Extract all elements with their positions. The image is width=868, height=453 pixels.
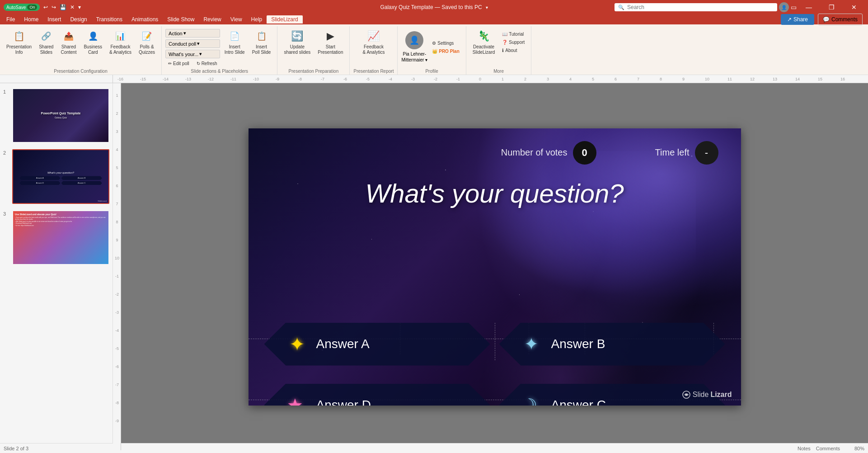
slide-img-1[interactable]: PowerPoint Quiz TemplateGalaxy Quiz Slid… (12, 88, 109, 143)
customize-icon[interactable]: ▾ (78, 4, 81, 10)
watermark-slide: Slide (693, 391, 709, 399)
ribbon-btn-deactivate[interactable]: 🦎 DeactivateSlideLizard (470, 27, 497, 57)
save-icon[interactable]: 💾 (60, 4, 66, 10)
svg-text:1: 1 (502, 77, 504, 81)
quick-access-icon[interactable]: ✕ (70, 4, 75, 10)
ribbon-group-slide-actions-items: Action ▾ Conduct poll ▾ What's your... ▾… (165, 27, 273, 67)
profile-name: Pia Lehner-Mittermaier ▾ (401, 51, 427, 63)
slide-canvas[interactable]: Number of votes 0 Time left - What's you… (249, 128, 741, 406)
slide-thumb-1[interactable]: 1 PowerPoint Quiz TemplateGalaxy Quiz Sl… (2, 87, 111, 144)
ribbon-btn-feedback-analytics[interactable]: 📊 Feedback& Analytics (107, 27, 134, 57)
search-box[interactable]: 🔍 (615, 3, 777, 11)
title-bar-right: 🔍 👤 ▭ — ❐ ✕ (615, 0, 864, 14)
ribbon-btn-pres-info[interactable]: 📋 PresentationInfo (4, 27, 34, 57)
time-value: - (705, 147, 708, 159)
ribbon-btn-shared-slides[interactable]: 🔗 SharedSlides (36, 27, 56, 57)
ribbon-btn-shared-content[interactable]: 📤 SharedContent (58, 27, 79, 57)
svg-text:15: 15 (818, 77, 822, 81)
menu-file[interactable]: File (2, 15, 19, 24)
answer-b-container[interactable]: ✦ Answer B (499, 323, 725, 366)
comments-status-btn[interactable]: Comments (816, 446, 840, 451)
ribbon-toggle-icon[interactable]: ▭ (791, 4, 797, 11)
svg-text:11: 11 (727, 77, 732, 81)
menu-slidelizard[interactable]: SlideLizard (267, 15, 302, 24)
tutorial-btn[interactable]: 📖 Tutorial (499, 31, 527, 38)
answer-c-text: Answer C (551, 398, 606, 406)
refresh-btn[interactable]: ↻ Refresh (194, 60, 220, 67)
about-btn[interactable]: ℹ About (499, 47, 527, 54)
svg-text:5: 5 (116, 165, 118, 170)
ruler-corner (0, 75, 113, 83)
menu-review[interactable]: Review (199, 15, 225, 24)
watermark-lizard: Lizard (710, 391, 732, 399)
ribbon-btn-start-pres[interactable]: ▶ StartPresentation (315, 27, 346, 57)
conduct-poll-dropdown[interactable]: Conduct poll ▾ (165, 39, 220, 48)
svg-text:3: 3 (116, 129, 118, 134)
autosave-label: AutoSave (6, 5, 26, 10)
action-dropdown[interactable]: Action ▾ (165, 29, 220, 38)
ribbon-btn-update-shared[interactable]: 🔄 Updateshared slides (281, 27, 313, 57)
ribbon-btn-feedback-report[interactable]: 📈 Feedback& Analytics (360, 27, 387, 57)
question-text[interactable]: What's your question? (365, 178, 624, 208)
profile-avatar[interactable]: 👤 (405, 31, 423, 49)
title-dropdown[interactable]: ▾ (486, 5, 488, 10)
edit-poll-btn[interactable]: ✏ Edit poll (165, 60, 192, 67)
menu-help[interactable]: Help (247, 15, 267, 24)
menu-animations[interactable]: Animations (127, 15, 163, 24)
answer-a-icon: ✦ (289, 333, 305, 355)
svg-text:10: 10 (115, 256, 119, 260)
whats-your-dropdown[interactable]: What's your... ▾ (165, 50, 220, 58)
svg-text:9: 9 (116, 238, 118, 242)
svg-text:-6: -6 (343, 77, 347, 81)
comments-button[interactable]: 💬 Comments (818, 14, 863, 25)
svg-text:-6: -6 (115, 364, 119, 369)
svg-text:-8: -8 (115, 401, 119, 405)
share-button[interactable]: ↗ Share (781, 14, 814, 25)
ribbon-btn-insert-intro[interactable]: 📄 InsertIntro Slide (222, 27, 248, 57)
menu-view[interactable]: View (226, 15, 247, 24)
redo-icon[interactable]: ↪ (52, 4, 56, 10)
user-avatar[interactable]: 👤 (779, 2, 789, 12)
slide-img-3[interactable]: Use SlideLizard and elevate your Quiz! •… (12, 210, 109, 265)
svg-text:8: 8 (660, 77, 662, 81)
undo-icon[interactable]: ↩ (43, 4, 48, 10)
close-button[interactable]: ✕ (844, 0, 864, 14)
ribbon-group-pres-prep-items: 🔄 Updateshared slides ▶ StartPresentatio… (281, 27, 346, 67)
restore-button[interactable]: ❐ (821, 0, 842, 14)
ribbon-btn-business-card[interactable]: 👤 BusinessCard (81, 27, 105, 57)
answer-d-text: Answer D (316, 398, 371, 406)
slide-thumb-3[interactable]: 3 Use SlideLizard and elevate your Quiz!… (2, 209, 111, 266)
slide-img-2[interactable]: What's your question? Answer A Answer B … (12, 149, 109, 204)
svg-text:-2: -2 (115, 292, 119, 297)
menu-insert[interactable]: Insert (43, 15, 66, 24)
menu-home[interactable]: Home (19, 15, 43, 24)
menu-slideshow[interactable]: Slide Show (163, 15, 199, 24)
settings-btn[interactable]: ⚙ Settings (429, 40, 462, 47)
svg-text:9: 9 (682, 77, 685, 81)
votes-circle: 0 (573, 141, 596, 165)
ribbon-btn-polls-quizzes[interactable]: 📝 Polls &Quizzes (136, 27, 158, 57)
notes-btn[interactable]: Notes (798, 446, 811, 451)
menu-transitions[interactable]: Transitions (92, 15, 127, 24)
profile-section: 👤 Pia Lehner-Mittermaier ▾ (401, 31, 427, 63)
svg-text:0: 0 (479, 77, 481, 81)
answer-d-container[interactable]: ★ Answer D (264, 384, 490, 406)
slide-thumb-2[interactable]: 2 What's your question? Answer A Answer … (2, 148, 111, 205)
comments-icon: 💬 (823, 16, 830, 23)
autosave-badge[interactable]: AutoSave On (4, 4, 40, 11)
ribbon-btn-insert-poll[interactable]: 📋 InsertPoll Slide (249, 27, 274, 57)
answer-a-container[interactable]: ✦ Answer A (264, 323, 490, 366)
support-btn[interactable]: ❓ Support (499, 39, 527, 46)
minimize-button[interactable]: — (798, 0, 819, 14)
feedback-analytics-icon: 📊 (113, 29, 127, 43)
slide-num-2: 2 (3, 149, 9, 156)
pro-icon: 👑 (432, 49, 437, 54)
svg-text:-2: -2 (434, 77, 437, 81)
search-input[interactable] (627, 4, 774, 10)
ribbon-group-slide-actions: Action ▾ Conduct poll ▾ What's your... ▾… (162, 26, 277, 75)
ribbon-group-more: 🦎 DeactivateSlideLizard 📖 Tutorial ❓ Sup… (466, 26, 532, 75)
pro-plan-btn[interactable]: 👑 PRO Plan (429, 48, 462, 55)
svg-text:10: 10 (705, 77, 709, 81)
menu-design[interactable]: Design (66, 15, 91, 24)
ribbon-group-pres-report-items: 📈 Feedback& Analytics (360, 27, 387, 67)
